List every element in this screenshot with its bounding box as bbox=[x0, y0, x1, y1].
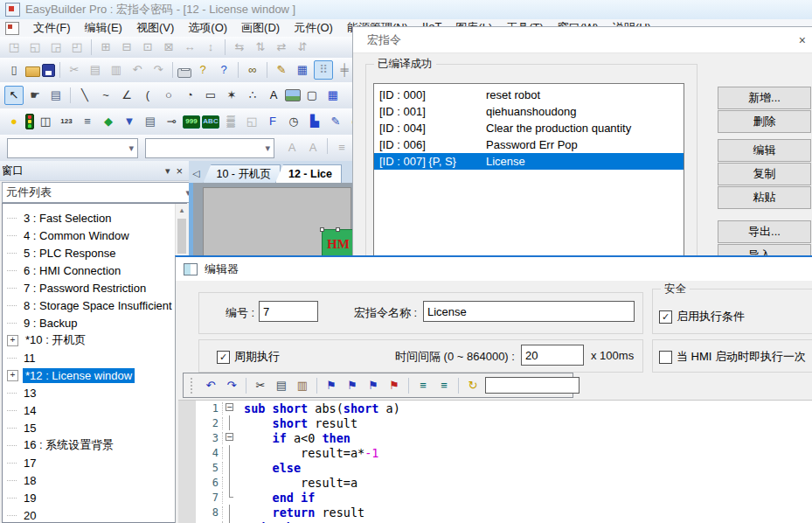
tree-expander-icon[interactable] bbox=[7, 445, 17, 446]
fold-marker-icon[interactable] bbox=[223, 445, 237, 460]
tree-item[interactable]: 17 bbox=[3, 454, 186, 471]
cut-icon[interactable]: ✂ bbox=[65, 60, 84, 80]
send-backward-icon[interactable]: ◰ bbox=[67, 38, 87, 57]
tree-item[interactable]: 19 bbox=[3, 489, 186, 506]
undo-icon[interactable]: ↶ bbox=[201, 376, 220, 395]
save-icon[interactable] bbox=[42, 64, 55, 77]
language-combo[interactable]: ▾ bbox=[145, 138, 274, 158]
tree-expander-icon[interactable] bbox=[7, 498, 17, 499]
tree-item[interactable]: 16 : 系统设置背景 bbox=[3, 436, 186, 454]
window-tab[interactable]: 10 - 开机页 bbox=[203, 164, 281, 183]
paste-macro-button[interactable]: 粘贴 bbox=[718, 186, 811, 209]
tree-expander-icon[interactable] bbox=[7, 270, 17, 271]
font-enlarge-icon[interactable]: A bbox=[282, 138, 302, 157]
2[interactable]: 2 short result bbox=[178, 415, 812, 430]
send-to-back-icon[interactable]: ◱ bbox=[25, 38, 45, 57]
selection-handle[interactable] bbox=[320, 227, 324, 232]
fold-marker-icon[interactable] bbox=[223, 490, 237, 505]
polygon-icon[interactable]: ✶ bbox=[222, 86, 241, 105]
export-macro-button[interactable]: 导出... bbox=[718, 220, 811, 243]
find-input[interactable] bbox=[485, 377, 580, 394]
pen-icon[interactable]: ✎ bbox=[272, 60, 291, 80]
8[interactable]: 8 return result bbox=[178, 505, 812, 520]
mdi-child-icon[interactable] bbox=[5, 22, 19, 35]
tree-expander-icon[interactable] bbox=[7, 253, 17, 254]
open-folder-icon[interactable] bbox=[25, 66, 40, 77]
align-center-vertical-icon[interactable]: ⊟ bbox=[117, 38, 136, 57]
tree-item[interactable]: 4 : Common Window bbox=[3, 227, 186, 244]
layers-icon[interactable]: ≡ bbox=[78, 112, 97, 131]
tree-item[interactable]: 11 bbox=[3, 349, 186, 366]
fold-marker-icon[interactable] bbox=[223, 475, 237, 490]
bookmark-margin[interactable] bbox=[178, 460, 196, 475]
checkbox-unchecked-icon[interactable] bbox=[659, 351, 672, 364]
object-properties-icon[interactable]: ▤ bbox=[46, 86, 66, 105]
group-icon[interactable]: ◱ bbox=[242, 112, 261, 131]
ascii-display-icon[interactable]: ABC bbox=[202, 115, 219, 129]
date-time-icon[interactable]: ▦ bbox=[293, 60, 312, 80]
menu-item[interactable]: 选项(O) bbox=[181, 18, 234, 38]
bring-forward-icon[interactable]: ◲ bbox=[46, 38, 66, 57]
tree-expander-icon[interactable] bbox=[7, 358, 17, 359]
tree-expander-icon[interactable] bbox=[7, 515, 17, 516]
align-bottom-icon[interactable]: ⊠ bbox=[159, 38, 178, 57]
macro-list-row[interactable]: [ID : 000] reset robot bbox=[374, 87, 684, 103]
scale-icon[interactable]: ∴ bbox=[243, 86, 262, 105]
menu-item[interactable]: 文件(F) bbox=[26, 18, 78, 38]
next-bookmark-icon[interactable]: ⚑ bbox=[343, 376, 362, 395]
menu-item[interactable]: 视图(V) bbox=[129, 18, 181, 38]
snap-icon[interactable]: ╪ bbox=[335, 60, 354, 80]
table-icon[interactable]: ▦ bbox=[323, 86, 343, 105]
scroll-up-icon[interactable]: ▴ bbox=[176, 204, 188, 217]
text-icon[interactable]: A bbox=[264, 86, 283, 105]
tree-item[interactable]: 15 bbox=[3, 419, 186, 436]
tree-item[interactable]: 6 : HMI Connection bbox=[3, 262, 186, 279]
bookmark-margin[interactable] bbox=[178, 505, 196, 520]
macro-list-row[interactable]: [ID : 006] Password Err Pop bbox=[374, 136, 684, 153]
menu-item[interactable]: 元件(O) bbox=[287, 18, 340, 38]
close-icon[interactable]: × bbox=[794, 33, 811, 47]
tree-expander-icon[interactable] bbox=[7, 428, 17, 429]
design-canvas[interactable]: HM bbox=[189, 183, 352, 258]
align-left-icon[interactable]: ↔ bbox=[180, 38, 199, 57]
line-icon[interactable]: ╲ bbox=[75, 86, 94, 105]
tree-item[interactable]: 5 : PLC Response bbox=[3, 244, 186, 262]
numeric-display-icon[interactable]: 999 bbox=[183, 115, 200, 129]
redo-icon[interactable]: ↷ bbox=[149, 60, 168, 80]
find-replace-icon[interactable]: ↻ bbox=[463, 376, 482, 395]
interval-input[interactable] bbox=[521, 345, 584, 366]
distribute-vertical-icon[interactable]: ⇅ bbox=[251, 38, 270, 57]
5[interactable]: 5 else bbox=[178, 460, 812, 475]
undo-icon[interactable]: ↶ bbox=[128, 60, 147, 80]
new-file-icon[interactable]: ▯ bbox=[4, 60, 24, 80]
tree-expander-icon[interactable] bbox=[7, 335, 18, 346]
fold-marker-icon[interactable] bbox=[223, 460, 237, 475]
outdent-icon[interactable]: ≡ bbox=[434, 376, 454, 395]
tree-expander-icon[interactable] bbox=[7, 370, 18, 381]
tree-expander-icon[interactable] bbox=[7, 323, 17, 324]
redo-icon[interactable]: ↷ bbox=[222, 376, 241, 395]
tree-item[interactable]: 3 : Fast Selection bbox=[3, 209, 186, 227]
macro-list-row[interactable]: [ID : 004] Clear the production quantity bbox=[374, 120, 684, 136]
bookmark-margin[interactable] bbox=[178, 430, 196, 445]
indent-icon[interactable]: ≡ bbox=[413, 376, 433, 395]
selection-handle[interactable] bbox=[336, 227, 340, 232]
bezier-icon[interactable]: ~ bbox=[96, 86, 115, 105]
6[interactable]: 6 result=a bbox=[178, 475, 812, 490]
tree-item[interactable]: 13 bbox=[3, 384, 186, 401]
delete-macro-button[interactable]: 删除 bbox=[718, 110, 811, 133]
periodic-checkbox[interactable]: 周期执行 bbox=[217, 349, 280, 365]
toolbar-grip[interactable] bbox=[191, 378, 195, 394]
context-help-icon[interactable]: ? bbox=[214, 60, 233, 80]
4[interactable]: 4 result=a*-1 bbox=[178, 445, 812, 460]
help-icon[interactable]: ? bbox=[193, 60, 212, 80]
bookmark-margin[interactable] bbox=[178, 520, 196, 523]
align-center-horizontal-icon[interactable]: ⊞ bbox=[96, 38, 115, 57]
font-shrink-icon[interactable]: A bbox=[303, 138, 323, 157]
7[interactable]: 7 end if bbox=[178, 490, 812, 505]
fold-marker-icon[interactable] bbox=[223, 520, 237, 523]
tree-item[interactable]: 9 : Backup bbox=[3, 314, 186, 331]
bookmark-margin[interactable] bbox=[178, 475, 196, 490]
fold-marker-icon[interactable] bbox=[223, 415, 237, 430]
macro-id-input[interactable] bbox=[259, 301, 318, 322]
